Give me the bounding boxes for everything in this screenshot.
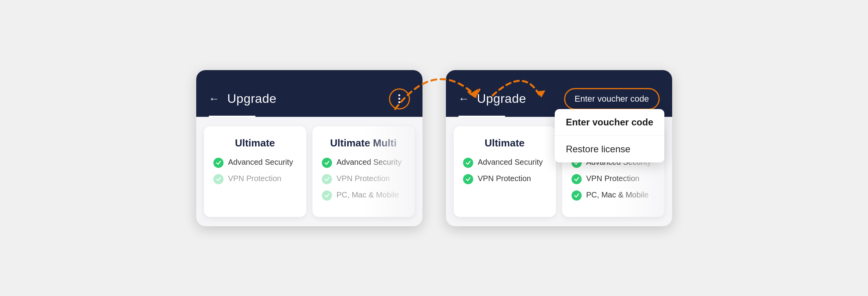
panel2-back-button[interactable]: ←: [458, 93, 469, 105]
feature-text-vpn-multi: VPN Protection: [337, 173, 390, 183]
panel2-header-left: ← Upgrade: [458, 92, 526, 106]
check-icon-vpn-2: [463, 174, 473, 184]
feature-text-vpn-2: VPN Protection: [478, 173, 531, 183]
header-left: ← Upgrade: [209, 92, 277, 106]
back-button[interactable]: ←: [209, 93, 220, 105]
check-icon-vpn: [213, 174, 224, 184]
feature-vpn-multi-2: VPN Protection: [572, 173, 655, 184]
enter-voucher-button[interactable]: Enter voucher code: [564, 88, 660, 110]
feature-vpn-multi: VPN Protection: [322, 173, 405, 184]
header-title: Upgrade: [227, 92, 277, 106]
ultimate-card: Ultimate Advanced Security: [204, 126, 306, 217]
feature-advanced-security: Advanced Security: [213, 157, 297, 168]
screenshot-container: ← Upgrade Ultimate: [173, 55, 696, 242]
feature-advanced-security-multi: Advanced Security: [322, 157, 405, 168]
feature-text-vpn-multi-2: VPN Protection: [586, 173, 640, 183]
check-icon-vpn-multi: [322, 174, 332, 184]
check-icon-platforms-multi-2: [572, 190, 582, 201]
feature-text-platforms-multi: PC, Mac & Mobile: [337, 190, 399, 200]
three-dots-button[interactable]: [389, 88, 410, 109]
panel1-header: ← Upgrade: [196, 70, 422, 117]
dot-2: [398, 98, 400, 100]
feature-text-security-2: Advanced Security: [478, 157, 543, 167]
panel-before: ← Upgrade Ultimate: [196, 70, 422, 226]
feature-text-security-multi: Advanced Security: [337, 157, 402, 167]
feature-text-platforms-multi-2: PC, Mac & Mobile: [586, 190, 649, 200]
feature-vpn-2: VPN Protection: [463, 173, 547, 184]
feature-text-vpn: VPN Protection: [228, 173, 282, 183]
check-icon-security-multi: [322, 158, 332, 168]
dot-3: [398, 101, 400, 103]
check-icon-vpn-multi-2: [572, 174, 582, 184]
check-icon-security: [213, 158, 224, 168]
ultimate-card-2: Ultimate Advanced Security: [454, 126, 556, 217]
panel-after: ← Upgrade Enter voucher code Enter vouch…: [446, 70, 672, 226]
panel2-header-underline: [458, 116, 505, 117]
feature-text-security: Advanced Security: [228, 157, 293, 167]
plan-name-ultimate: Ultimate: [213, 137, 297, 149]
dropdown-menu: Enter voucher code Restore license: [555, 109, 664, 162]
panel2-header-title: Upgrade: [477, 92, 526, 106]
feature-vpn: VPN Protection: [213, 173, 297, 184]
check-icon-security-2: [463, 158, 473, 168]
check-icon-platforms-multi: [322, 190, 332, 201]
feature-platforms-multi-2: PC, Mac & Mobile: [572, 190, 655, 201]
header-underline: [209, 116, 256, 117]
feature-advanced-security-2: Advanced Security: [463, 157, 547, 168]
plan-name-ultimate-2: Ultimate: [463, 137, 547, 149]
feature-platforms-multi: PC, Mac & Mobile: [322, 190, 405, 201]
ultimate-multi-card: Ultimate Multi Advanced Security: [312, 126, 415, 217]
cards-container-1: Ultimate Advanced Security: [196, 117, 422, 226]
panels-wrapper: ← Upgrade Ultimate: [196, 70, 672, 226]
dot-1: [398, 94, 400, 96]
plan-name-multi: Ultimate Multi: [322, 137, 405, 149]
dropdown-restore-item[interactable]: Restore license: [555, 136, 664, 162]
dropdown-voucher-item[interactable]: Enter voucher code: [555, 109, 664, 136]
